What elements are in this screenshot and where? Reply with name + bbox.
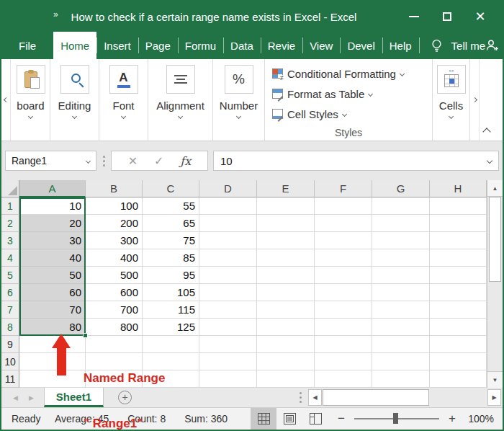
cell-E9[interactable] — [257, 336, 315, 353]
column-header-C[interactable]: C — [143, 180, 199, 197]
chevron-down-icon[interactable] — [236, 114, 241, 119]
quick-access-toolbar-icon[interactable]: » — [53, 9, 57, 19]
ribbon-scroll-left-button[interactable] — [1, 59, 11, 141]
conditional-formatting-button[interactable]: Conditional Formatting — [272, 63, 404, 84]
column-header-D[interactable]: D — [199, 180, 257, 197]
zoom-level[interactable]: 100% — [459, 413, 494, 425]
zoom-in-button[interactable]: + — [445, 412, 459, 426]
cell-H11[interactable] — [430, 370, 487, 388]
cell-D11[interactable] — [199, 370, 257, 388]
cell-H4[interactable] — [430, 249, 487, 267]
cell-H5[interactable] — [430, 267, 487, 284]
row-header-1[interactable]: 1 — [1, 197, 19, 215]
formula-input[interactable] — [220, 155, 487, 167]
cell-D3[interactable] — [199, 232, 257, 249]
alignment-button[interactable] — [166, 65, 195, 94]
cell-C8[interactable]: 125 — [143, 319, 199, 336]
chevron-down-icon[interactable] — [449, 114, 454, 119]
cell-D8[interactable] — [199, 319, 257, 336]
cell-G1[interactable] — [372, 197, 430, 215]
tab-view[interactable]: View — [302, 32, 340, 59]
vertical-scrollbar[interactable]: ▲ ▼ — [487, 180, 503, 388]
column-header-E[interactable]: E — [257, 180, 315, 197]
select-all-button[interactable] — [1, 180, 19, 197]
cell-F1[interactable] — [315, 197, 372, 215]
cell-B6[interactable]: 600 — [86, 284, 143, 301]
cell-A3[interactable]: 30 — [19, 232, 86, 249]
column-header-H[interactable]: H — [430, 180, 487, 197]
row-header-3[interactable]: 3 — [1, 232, 19, 249]
horizontal-scrollbar[interactable]: ◀ ▶ — [308, 389, 501, 406]
chevron-down-icon[interactable] — [121, 114, 126, 119]
page-layout-view-button[interactable] — [276, 408, 302, 430]
cell-G6[interactable] — [372, 284, 430, 301]
cell-styles-button[interactable]: Cell Styles — [272, 104, 404, 124]
cell-C4[interactable]: 85 — [143, 249, 199, 267]
cell-E5[interactable] — [257, 267, 315, 284]
cell-D1[interactable] — [199, 197, 257, 215]
row-header-6[interactable]: 6 — [1, 284, 19, 301]
cell-E4[interactable] — [257, 249, 315, 267]
cell-A2[interactable]: 20 — [19, 215, 86, 232]
tab-home[interactable]: Home — [53, 32, 96, 59]
cell-H7[interactable] — [430, 301, 487, 319]
vertical-scrollbar-thumb[interactable] — [489, 197, 501, 282]
maximize-button[interactable] — [431, 1, 464, 32]
ribbon-scroll-right-button[interactable] — [470, 59, 480, 141]
cell-F10[interactable] — [315, 353, 372, 370]
cell-H6[interactable] — [430, 284, 487, 301]
next-sheet-button[interactable]: ▶ — [29, 394, 34, 401]
scroll-left-button[interactable]: ◀ — [308, 389, 322, 406]
cell-E6[interactable] — [257, 284, 315, 301]
number-button[interactable]: % — [225, 65, 253, 94]
cell-G9[interactable] — [372, 336, 430, 353]
cell-D4[interactable] — [199, 249, 257, 267]
cell-E11[interactable] — [257, 370, 315, 388]
cell-A5[interactable]: 50 — [19, 267, 86, 284]
column-header-F[interactable]: F — [315, 180, 372, 197]
column-header-A[interactable]: A — [19, 180, 86, 197]
cell-G3[interactable] — [372, 232, 430, 249]
zoom-slider-track[interactable] — [354, 418, 439, 419]
normal-view-button[interactable] — [251, 408, 276, 430]
cell-F9[interactable] — [315, 336, 372, 353]
cell-B3[interactable]: 300 — [86, 232, 143, 249]
board-button[interactable] — [17, 65, 45, 94]
name-box[interactable] — [5, 151, 96, 171]
cell-A7[interactable]: 70 — [19, 301, 86, 319]
cell-E10[interactable] — [257, 353, 315, 370]
cell-B1[interactable]: 100 — [86, 197, 143, 215]
row-header-8[interactable]: 8 — [1, 319, 19, 336]
row-header-7[interactable]: 7 — [1, 301, 19, 319]
horizontal-scrollbar-thumb[interactable] — [323, 389, 429, 406]
row-header-2[interactable]: 2 — [1, 215, 19, 232]
cell-G10[interactable] — [372, 353, 430, 370]
tab-revie[interactable]: Revie — [261, 32, 302, 59]
tab-insert[interactable]: Insert — [96, 32, 138, 59]
cell-F11[interactable] — [315, 370, 372, 388]
cell-H8[interactable] — [430, 319, 487, 336]
row-header-4[interactable]: 4 — [1, 249, 19, 267]
cell-H2[interactable] — [430, 215, 487, 232]
vertical-scrollbar-track[interactable] — [487, 282, 503, 371]
cell-C3[interactable]: 75 — [143, 232, 199, 249]
cell-G8[interactable] — [372, 319, 430, 336]
cell-H1[interactable] — [430, 197, 487, 215]
cell-F4[interactable] — [315, 249, 372, 267]
cell-G2[interactable] — [372, 215, 430, 232]
page-break-preview-button[interactable] — [302, 408, 328, 430]
name-box-dropdown-icon[interactable] — [86, 158, 91, 163]
cell-F5[interactable] — [315, 267, 372, 284]
font-button[interactable]: A — [109, 65, 138, 94]
cell-G7[interactable] — [372, 301, 430, 319]
chevron-down-icon[interactable] — [28, 114, 33, 119]
cell-E7[interactable] — [257, 301, 315, 319]
cell-C2[interactable]: 65 — [143, 215, 199, 232]
cell-B4[interactable]: 400 — [86, 249, 143, 267]
cell-F8[interactable] — [315, 319, 372, 336]
share-button[interactable]: Share — [485, 32, 504, 59]
column-header-B[interactable]: B — [86, 180, 143, 197]
insert-function-button[interactable]: ƒx — [180, 154, 191, 168]
tab-help[interactable]: Help — [382, 32, 419, 59]
cell-G5[interactable] — [372, 267, 430, 284]
